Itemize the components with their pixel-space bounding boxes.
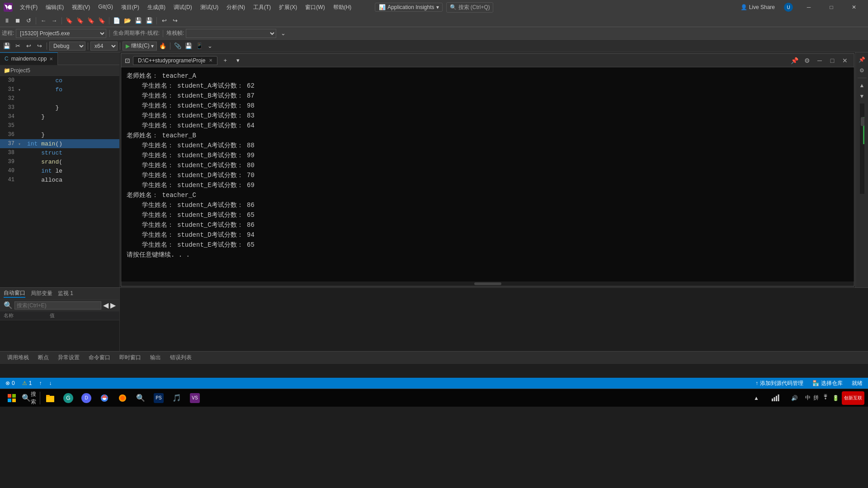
arch-select[interactable]: x64 xyxy=(90,42,118,51)
continue-button[interactable]: ▶ 继续(C) ▾ xyxy=(123,42,157,51)
tb-save2[interactable]: 💾 xyxy=(184,41,193,51)
tb-new-file[interactable]: 📄 xyxy=(112,16,122,26)
tb-debug-undo[interactable]: ↩ xyxy=(24,41,33,51)
auto-tab[interactable]: 自动窗口 xyxy=(4,289,25,298)
menu-edit[interactable]: 编辑(E) xyxy=(42,3,67,12)
debug-mode-select[interactable]: Debug xyxy=(49,42,85,51)
far-right-up[interactable]: ▲ xyxy=(857,80,867,90)
taskbar-discord[interactable]: D xyxy=(78,390,94,406)
tb-bookmark[interactable]: 🔖 xyxy=(64,16,74,26)
debug-tab-errorlist[interactable]: 错误列表 xyxy=(166,353,195,362)
menu-tools[interactable]: 工具(T) xyxy=(250,3,274,12)
menu-test[interactable]: 测试(U) xyxy=(197,3,222,12)
console-settings[interactable]: ⚙ xyxy=(802,55,812,66)
tb-bookmark2[interactable]: 🔖 xyxy=(75,16,85,26)
search-button[interactable]: 🔍 搜索 xyxy=(22,390,38,406)
tb-attach[interactable]: 📎 xyxy=(173,41,183,51)
taskbar-gitkraken[interactable]: G xyxy=(60,390,76,406)
taskbar-ime[interactable]: 拼 xyxy=(813,394,819,402)
status-up[interactable]: ↑ xyxy=(37,380,43,386)
taskbar-media[interactable]: 🎵 xyxy=(169,390,185,406)
start-button[interactable] xyxy=(4,390,20,406)
tb-restart[interactable]: ↺ xyxy=(24,16,33,26)
status-down[interactable]: ↓ xyxy=(47,380,53,386)
tb-debug-save[interactable]: 💾 xyxy=(2,41,12,51)
tb-device[interactable]: 📱 xyxy=(194,41,204,51)
app-insights-button[interactable]: 📊 Application Insights ▾ xyxy=(375,3,443,12)
menu-git[interactable]: Git(G) xyxy=(94,3,117,12)
tb-debug-cut[interactable]: ✂ xyxy=(13,41,23,51)
menu-debug[interactable]: 调试(D) xyxy=(170,3,196,12)
taskbar-vs[interactable]: VS xyxy=(187,390,203,406)
taskbar-network[interactable] xyxy=(767,390,783,406)
debug-tab-immediate[interactable]: 即时窗口 xyxy=(116,353,145,362)
tb-bookmark4[interactable]: 🔖 xyxy=(97,16,107,26)
debug-tab-command[interactable]: 命令窗口 xyxy=(85,353,114,362)
close-button[interactable]: ✕ xyxy=(844,0,864,14)
menu-file[interactable]: 文件(F) xyxy=(16,3,41,12)
tb-open-file[interactable]: 📂 xyxy=(123,16,132,26)
menu-view[interactable]: 视图(V) xyxy=(68,3,94,12)
taskbar-chrome[interactable] xyxy=(96,390,113,406)
console-pin[interactable]: 📌 xyxy=(789,55,800,66)
console-close[interactable]: ✕ xyxy=(840,55,850,66)
menu-project[interactable]: 项目(P) xyxy=(118,3,143,12)
taskbar-brand[interactable]: 创新互联 xyxy=(842,391,864,405)
watch-tab[interactable]: 监视 1 xyxy=(58,290,73,297)
taskbar-search2[interactable]: 🔍 xyxy=(132,390,149,406)
far-right-pin[interactable]: 📌 xyxy=(857,55,867,65)
tb-pause[interactable]: ⏸ xyxy=(2,16,12,26)
tb-back[interactable]: ← xyxy=(38,16,48,26)
continue-dropdown[interactable]: ▾ xyxy=(151,43,154,49)
console-scrollbar-h[interactable] xyxy=(121,282,854,286)
console-tab-close[interactable]: ✕ xyxy=(209,58,212,63)
search-bar[interactable]: 🔍 搜索 (Ctrl+Q) xyxy=(447,2,493,13)
status-warnings[interactable]: ⚠ 1 xyxy=(20,380,34,386)
menu-window[interactable]: 窗口(W) xyxy=(302,3,328,12)
search-nav-back[interactable]: ◀ xyxy=(103,301,108,310)
debug-tab-callstack[interactable]: 调用堆栈 xyxy=(4,353,33,362)
process-dropdown[interactable]: [15320] Project5.exe xyxy=(16,29,106,38)
tb-dropdown[interactable]: ⌄ xyxy=(205,41,215,51)
tb-debug-redo[interactable]: ↪ xyxy=(34,41,44,51)
tb-expand[interactable]: ⌄ xyxy=(278,28,288,38)
menu-analyze[interactable]: 分析(N) xyxy=(223,3,249,12)
debug-tab-output[interactable]: 输出 xyxy=(146,353,165,362)
menu-extensions[interactable]: 扩展(X) xyxy=(275,3,301,12)
menu-help[interactable]: 帮助(H) xyxy=(330,3,355,12)
taskbar-clock[interactable]: 中 xyxy=(805,394,811,402)
tab-maindemo[interactable]: C maindemo.cpp ✕ xyxy=(0,52,58,65)
console-dropdown[interactable]: ▾ xyxy=(233,56,243,66)
taskbar-file-explorer[interactable] xyxy=(42,390,58,406)
auto-search-input[interactable] xyxy=(14,301,101,310)
taskbar-shell[interactable]: PS xyxy=(151,390,167,406)
taskbar-firefox[interactable] xyxy=(114,390,131,406)
console-tab[interactable]: D:\C++studyprograme\Proje ✕ xyxy=(133,56,217,65)
tb-stop[interactable]: ⏹ xyxy=(13,16,23,26)
taskbar-chevron[interactable]: ▲ xyxy=(748,390,764,406)
status-errors[interactable]: ⊗ 0 xyxy=(4,380,17,386)
menu-build[interactable]: 生成(B) xyxy=(144,3,169,12)
user-avatar[interactable]: U xyxy=(784,3,793,12)
tb-forward[interactable]: → xyxy=(49,16,59,26)
live-share-button[interactable]: 👤 Live Share xyxy=(737,3,778,11)
search-nav-forward[interactable]: ▶ xyxy=(110,301,116,310)
tb-redo[interactable]: ↪ xyxy=(170,16,180,26)
stack-dropdown[interactable] xyxy=(186,29,276,38)
close-tab-icon[interactable]: ✕ xyxy=(49,56,53,61)
taskbar-wifi[interactable] xyxy=(821,394,830,402)
minimize-button[interactable]: ─ xyxy=(798,0,819,14)
tb-undo[interactable]: ↩ xyxy=(159,16,169,26)
console-minimize[interactable]: ─ xyxy=(814,55,825,66)
taskbar-battery[interactable]: 🔋 xyxy=(832,395,839,401)
debug-tab-exceptions[interactable]: 异常设置 xyxy=(54,353,83,362)
editor-scrollbar[interactable] xyxy=(860,103,864,194)
tb-hot-reload[interactable]: 🔥 xyxy=(158,41,168,51)
far-right-settings[interactable]: ⚙ xyxy=(857,66,867,75)
local-tab[interactable]: 局部变量 xyxy=(31,290,52,297)
tb-save[interactable]: 💾 xyxy=(133,16,143,26)
tb-save-all[interactable]: 💾 xyxy=(144,16,154,26)
tb-bookmark3[interactable]: 🔖 xyxy=(86,16,96,26)
console-new-tab[interactable]: + xyxy=(220,56,230,66)
status-add-source[interactable]: ↑ 添加到源代码管理 xyxy=(754,380,805,387)
